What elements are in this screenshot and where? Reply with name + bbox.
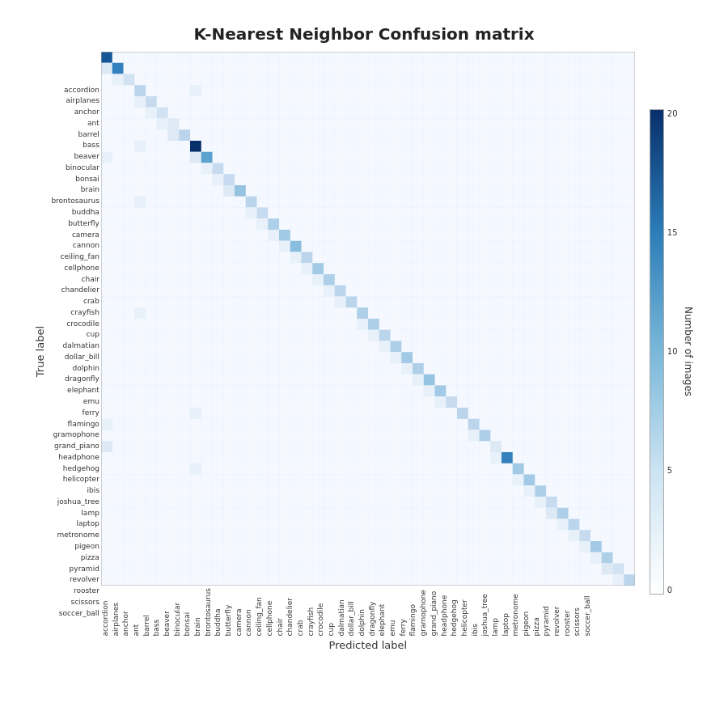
y-tick-label: ferry [51,408,99,418]
y-tick-label: dragonfly [51,375,99,385]
y-tick-label: dollar_bill [51,352,99,362]
x-tick-label: barrel [142,588,153,636]
confusion-matrix [101,52,635,586]
y-tick-label: dolphin [51,363,99,374]
x-tick-label: emu [388,588,399,636]
y-tick-label: gramophone [51,430,99,440]
x-tick-label: lamp [491,588,502,636]
x-tick-label: cellphone [265,588,276,636]
x-tick-label: ceiling_fan [255,588,265,636]
y-tick-label: soccer_ball [51,608,99,619]
x-tick-label: dalmatian [337,588,348,636]
chart-title: K-Nearest Neighbor Confusion matrix [193,24,534,44]
x-tick-label: crocodile [316,588,327,636]
matrix-wrapper: accordionairplanesanchorantbarrelbassbea… [101,52,635,651]
x-tick-label: helicopter [460,588,471,636]
y-tick-label: headphone [51,452,99,463]
y-tick-label: bonsai [51,174,99,184]
y-tick-label: elephant [51,385,99,396]
y-tick-label: barrel [51,129,99,140]
y-tick-label: pigeon [51,541,99,552]
x-tick-label: anchor [121,588,132,636]
y-tick-label: rooster [51,586,99,596]
y-tick-label: anchor [51,107,99,117]
x-tick-labels: accordionairplanesanchorantbarrelbassbea… [101,588,635,636]
y-tick-label: crocodile [51,319,99,329]
x-axis-label: Predicted label [101,639,635,651]
x-tick-label: flamingo [408,588,419,636]
x-tick-label: brain [193,588,204,636]
y-tick-label: grand_piano [51,441,99,451]
x-tick-label: buddha [214,588,224,636]
y-tick-label: lamp [51,508,99,518]
y-tick-label: cannon [51,240,99,251]
y-tick-label: beaver [51,151,99,162]
x-tick-label: elephant [378,588,388,636]
y-tick-label: bass [51,141,99,151]
chart-container: K-Nearest Neighbor Confusion matrix True… [0,0,728,728]
x-tick-label: gramophone [419,588,430,636]
y-tick-label: cellphone [51,263,99,273]
x-tick-label: headphone [440,588,451,636]
y-tick-label: pizza [51,552,99,563]
x-tick-label: pigeon [522,588,532,636]
y-tick-label: brontosaurus [51,196,99,206]
y-tick-label: scissors [51,597,99,607]
y-tick-label: revolver [51,574,99,585]
x-tick-label: chair [276,588,286,636]
y-tick-label: ibis [51,485,99,496]
x-tick-label: ibis [471,588,481,636]
y-tick-label: ant [51,118,99,129]
x-tick-label: rooster [563,588,574,636]
y-tick-label: hedgehog [51,463,99,474]
y-tick-label: emu [51,396,99,407]
y-tick-label: dalmatian [51,341,99,351]
x-tick-label: butterfly [224,588,235,636]
y-axis-label: True label [34,326,46,377]
x-tick-label: grand_piano [430,588,440,636]
y-tick-label: chandelier [51,286,99,296]
colorbar-label: Number of images [683,307,694,396]
x-tick-label: crayfish [307,588,317,636]
x-tick-label: revolver [552,588,563,636]
x-tick-label: chandelier [286,588,296,636]
y-tick-label: buddha [51,207,99,218]
x-tick-label: metronome [511,588,522,636]
x-tick-label: airplanes [112,588,122,636]
x-tick-label: binocular [173,588,184,636]
y-tick-label: butterfly [51,218,99,229]
x-tick-label: laptop [502,588,512,636]
x-tick-label: pizza [532,588,543,636]
y-tick-label: flamingo [51,419,99,430]
colorbar-tick: 20 [667,109,678,118]
y-tick-label: helicopter [51,475,99,485]
colorbar-tick: 15 [667,228,678,237]
x-tick-label: cup [327,588,337,636]
y-tick-label: joshua_tree [51,497,99,507]
y-tick-label: ceiling_fan [51,252,99,262]
colorbar: 20151050 Number of images [650,85,694,619]
y-tick-label: crab [51,296,99,307]
y-tick-labels: accordionairplanesanchorantbarrelbassbea… [51,85,99,619]
x-tick-label: dollar_bill [347,588,358,636]
x-tick-label: ant [132,588,142,636]
x-tick-label: dolphin [358,588,368,636]
x-tick-label: cannon [244,588,255,636]
x-tick-label: bonsai [183,588,193,636]
y-tick-label: cup [51,330,99,341]
x-tick-label: pyramid [542,588,552,636]
x-tick-label: ferry [399,588,409,636]
colorbar-tick: 10 [667,347,678,356]
colorbar-tick: 5 [667,466,678,475]
x-tick-label: hedgehog [450,588,460,636]
colorbar-ticks: 20151050 [667,109,678,595]
x-tick-label: accordion [101,588,112,636]
y-tick-label: airplanes [51,96,99,107]
x-tick-label: crab [296,588,307,636]
y-tick-label: brain [51,185,99,196]
y-tick-label: laptop [51,519,99,530]
x-tick-label: soccer_ball [583,588,594,636]
colorbar-gradient [650,109,664,595]
y-tick-label: metronome [51,530,99,540]
x-tick-label: scissors [573,588,583,636]
